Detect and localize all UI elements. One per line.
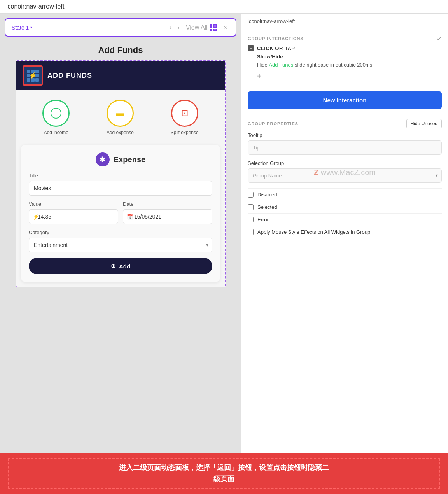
disabled-checkbox-label: Disabled	[257, 192, 277, 198]
add-button[interactable]: ⊕ Add	[29, 258, 212, 274]
trigger-label: CLICK OR TAP	[257, 46, 295, 51]
add-button-icon: ⊕	[111, 263, 116, 270]
state-navigation: ‹ › View All ×	[167, 23, 229, 32]
state-prev-button[interactable]: ‹	[167, 23, 173, 32]
group-properties-section: GROUP PROPERTIES Hide Unused Tooltip Sel…	[242, 114, 448, 238]
view-all-button[interactable]: View All	[184, 23, 220, 32]
add-expense-item[interactable]: ▬ Add expense	[107, 100, 134, 135]
add-expense-label: Add expense	[107, 130, 134, 135]
value-input-wrap: ⚡	[29, 209, 118, 224]
date-field-group: Date 📅	[123, 201, 212, 224]
canvas-area: State 1 ▾ ‹ › View All × Add Funds	[0, 14, 241, 453]
group-properties-label: GROUP PROPERTIES	[248, 121, 298, 126]
nav-arrow-left-icon: iconoir:nav-arrow-left	[6, 3, 64, 10]
state-bar-close-button[interactable]: ×	[221, 23, 229, 32]
state-next-button[interactable]: ›	[175, 23, 182, 32]
state-bar: State 1 ▾ ‹ › View All ×	[5, 18, 236, 37]
category-select[interactable]: Entertainment Food Transport Health	[29, 238, 212, 252]
category-chevron-icon: ▾	[206, 242, 208, 248]
phone-container: Add Funds	[12, 41, 229, 291]
mouse-style-checkbox-row: Apply Mouse Style Effects on All Widgets…	[248, 226, 442, 238]
canvas-title: Add Funds	[16, 45, 226, 55]
selection-group-chevron-icon: ▾	[436, 173, 438, 178]
title-field-group: Title	[29, 173, 212, 196]
title-input[interactable]	[29, 181, 212, 196]
form-header: ✱ Expense	[29, 152, 212, 166]
action-icons-row: Add income ▬ Add expense ⊡ Split expense	[16, 90, 225, 140]
tooltip-prop-row: Tooltip	[248, 132, 442, 155]
external-link-icon[interactable]: ⤢	[437, 35, 442, 42]
grid-view-icon	[210, 24, 217, 31]
error-checkbox[interactable]	[248, 217, 254, 222]
action-desc-hide: Hide	[257, 62, 268, 68]
app-header-title: ADD FUNDS	[47, 72, 92, 80]
mouse-style-checkbox-label: Apply Mouse Style Effects on All Widgets…	[257, 229, 370, 235]
add-income-icon	[42, 100, 70, 127]
state-selector[interactable]: State 1 ▾	[12, 25, 32, 31]
date-input[interactable]	[123, 209, 212, 224]
selection-group-prop-row: Selection Group Group Name ▾ Z www.MacZ.…	[248, 160, 442, 183]
breadcrumb-path: iconoir:nav-arrow-left	[248, 18, 295, 24]
add-income-item[interactable]: Add income	[42, 100, 70, 135]
state-dropdown-arrow: ▾	[30, 25, 32, 30]
state-label: State 1	[12, 25, 29, 31]
value-field-group: Value ⚡	[29, 201, 118, 224]
group-interactions-header: GROUP INTERACTIONS ⤢	[242, 29, 448, 45]
expense-form-card: ✱ Expense Title Value ⚡	[21, 145, 220, 282]
add-expense-icon: ▬	[107, 100, 134, 127]
split-expense-icon: ⊡	[171, 100, 198, 127]
form-title: Expense	[114, 155, 145, 164]
top-breadcrumb-bar: iconoir:nav-arrow-left	[0, 0, 448, 14]
bottom-caption-line2: 级页面	[15, 473, 433, 485]
value-date-row: Value ⚡ Date 📅	[29, 201, 212, 224]
right-panel: iconoir:nav-arrow-left GROUP INTERACTION…	[241, 14, 448, 453]
error-checkbox-row: Error	[248, 213, 442, 226]
header-icon-box[interactable]: ⚡	[23, 65, 43, 86]
currency-icon: ⚡	[33, 214, 39, 220]
add-action-button[interactable]: +	[248, 72, 262, 81]
value-input[interactable]	[29, 209, 118, 224]
selection-group-label: Selection Group	[248, 160, 442, 166]
calendar-icon: 📅	[127, 214, 133, 220]
group-properties-header: GROUP PROPERTIES Hide Unused	[248, 114, 442, 132]
bottom-caption-text: 进入二级页面动态面板，选择「返回」按钮，设置点击按钮时隐藏二 级页面	[15, 462, 433, 485]
new-interaction-button[interactable]: New Interaction	[248, 91, 442, 109]
mouse-style-checkbox[interactable]	[248, 229, 254, 235]
category-field-group: Category Entertainment Food Transport He…	[29, 229, 212, 252]
interaction-trigger: − CLICK OR TAP	[248, 45, 442, 51]
expense-icon: ✱	[96, 152, 110, 166]
add-income-label: Add income	[44, 130, 68, 135]
date-input-wrap: 📅	[123, 209, 212, 224]
interaction-block: − CLICK OR TAP Show/Hide Hide Add Funds …	[242, 45, 448, 86]
split-expense-item[interactable]: ⊡ Split expense	[171, 100, 199, 135]
error-checkbox-label: Error	[257, 217, 269, 222]
group-interactions-label: GROUP INTERACTIONS	[248, 36, 304, 41]
right-panel-top-bar: iconoir:nav-arrow-left	[242, 14, 448, 29]
action-description: Hide Add Funds slide right ease in out c…	[248, 61, 442, 69]
add-button-label: Add	[119, 263, 130, 270]
tooltip-input[interactable]	[248, 140, 442, 155]
tooltip-label: Tooltip	[248, 132, 442, 138]
category-select-wrap: Entertainment Food Transport Health ▾	[29, 238, 212, 252]
app-header: ⚡ ADD FUNDS	[16, 61, 225, 90]
hide-unused-button[interactable]: Hide Unused	[406, 119, 442, 128]
selection-group-select[interactable]: Group Name	[248, 168, 442, 183]
selected-checkbox[interactable]	[248, 204, 254, 210]
action-type-label: Show/Hide	[248, 54, 442, 60]
selection-group-wrap: Group Name ▾	[248, 168, 442, 183]
selected-checkbox-label: Selected	[257, 204, 277, 210]
action-desc-highlight: Add Funds	[269, 62, 293, 68]
disabled-checkbox-row: Disabled	[248, 188, 442, 201]
bottom-caption-border: 进入二级页面动态面板，选择「返回」按钮，设置点击按钮时隐藏二 级页面	[8, 458, 440, 489]
phone-screen: ⚡ ADD FUNDS Add income ▬	[16, 60, 226, 287]
collapse-button[interactable]: −	[248, 45, 254, 51]
bottom-caption-line1: 进入二级页面动态面板，选择「返回」按钮，设置点击按钮时隐藏二	[15, 462, 433, 473]
title-label: Title	[29, 173, 212, 179]
selected-checkbox-row: Selected	[248, 201, 442, 213]
split-expense-label: Split expense	[171, 130, 199, 135]
value-label: Value	[29, 201, 118, 207]
disabled-checkbox[interactable]	[248, 192, 254, 198]
action-desc-suffix: slide right ease in out cubic 200ms	[295, 62, 372, 68]
category-label: Category	[29, 229, 212, 235]
bottom-caption: 进入二级页面动态面板，选择「返回」按钮，设置点击按钮时隐藏二 级页面	[0, 453, 448, 494]
